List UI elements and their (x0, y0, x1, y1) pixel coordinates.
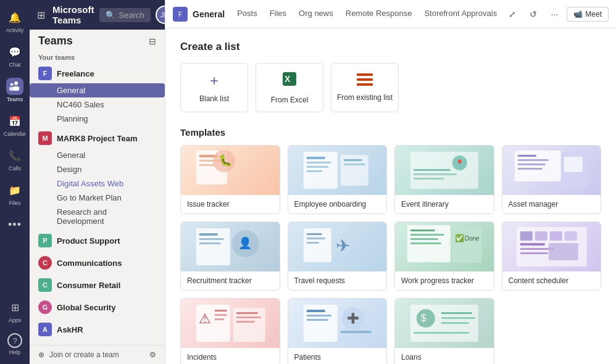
nav-label-files: Files (9, 200, 20, 206)
template-employee[interactable]: Employee onboarding (288, 145, 388, 214)
search-icon: 🔍 (106, 10, 115, 20)
svg-text:➕: ➕ (346, 312, 359, 324)
team-row-askhr[interactable]: A AskHR ··· (30, 320, 165, 339)
svg-rect-18 (306, 166, 328, 168)
nav-item-help[interactable]: ? Help (2, 329, 27, 359)
team-name-comms: Communications (57, 259, 122, 268)
meet-btn[interactable]: 📹 Meet (567, 7, 609, 22)
join-create-team[interactable]: ⊕ Join or create a team ⚙ (30, 345, 165, 364)
nav-item-activity[interactable]: 🔔 Activity (2, 5, 27, 37)
filter-icon[interactable]: ⊟ (149, 36, 156, 46)
template-label-content: Content scheduler (502, 271, 601, 290)
team-row-mark8[interactable]: M MARK8 Project Team ··· (30, 128, 165, 148)
svg-rect-31 (517, 159, 548, 161)
team-group-product: P Product Support ··· (30, 231, 165, 250)
user-avatar[interactable]: JD (156, 6, 165, 24)
team-left-consumer: C Consumer Retail (38, 278, 120, 292)
nav-item-teams[interactable]: Teams (2, 74, 27, 106)
tab-remote[interactable]: Remote Response (339, 0, 418, 28)
channel-item-rnd[interactable]: Research and Development (30, 205, 165, 228)
channel-item-planning[interactable]: Planning (30, 112, 165, 126)
template-asset[interactable]: Asset manager (502, 145, 602, 214)
channel-label-planning: Planning (57, 114, 88, 123)
template-patients[interactable]: ➕ Patients (288, 298, 388, 364)
channel-item-digital[interactable]: Digital Assets Web (30, 176, 165, 191)
tab-label-files: Files (270, 9, 286, 18)
svg-text:$: $ (421, 313, 427, 323)
blank-list-card[interactable]: + Blank list (180, 63, 248, 112)
team-row-security[interactable]: G Global Security ··· (30, 297, 165, 317)
channel-item-design[interactable]: Design (30, 162, 165, 176)
team-icon-product: P (38, 234, 52, 247)
tab-label-orgnews: Org news (299, 9, 333, 18)
nav-label-chat: Chat (9, 62, 20, 68)
team-row-freelance[interactable]: F Freelance ··· (30, 64, 165, 83)
nav-label-calendar: Calendar (4, 131, 27, 137)
team-row-product[interactable]: P Product Support ··· (30, 231, 165, 250)
nav-item-calendar[interactable]: 📅 Calendar (2, 109, 27, 141)
template-incident[interactable]: ⚠ Incidents (180, 298, 280, 364)
svg-rect-12 (199, 164, 215, 166)
svg-rect-51 (410, 242, 441, 244)
svg-rect-76 (306, 319, 328, 321)
svg-rect-71 (236, 316, 261, 318)
svg-rect-63 (548, 243, 578, 260)
excel-icon: X (281, 71, 298, 91)
team-group-mark8: M MARK8 Project Team ··· General Design … (30, 128, 165, 228)
expand-btn[interactable]: ⤢ (504, 6, 521, 23)
svg-rect-1 (13, 86, 19, 91)
team-group-security: G Global Security ··· (30, 297, 165, 317)
template-recruit[interactable]: 👤 Recruitment tracker (180, 221, 280, 291)
calendar-icon: 📅 (6, 112, 23, 130)
templates-grid: 🐛 Issue tracker (180, 145, 601, 364)
nav-item-more[interactable]: ••• (2, 212, 27, 237)
svg-rect-70 (236, 312, 258, 314)
channel-label-gtm: Go to Market Plan (57, 193, 122, 202)
svg-rect-25 (414, 169, 451, 171)
svg-rect-62 (520, 252, 547, 254)
template-label-employee: Employee onboarding (288, 195, 387, 213)
nav-item-calls[interactable]: 📞 Calls (2, 143, 27, 175)
settings-icon[interactable]: ⚙ (149, 350, 156, 359)
nav-item-chat[interactable]: 💬 Chat (2, 39, 27, 72)
channel-item-gtm[interactable]: Go to Market Plan (30, 191, 165, 205)
team-row-comms[interactable]: C Communications ··· (30, 253, 165, 273)
tab-orgnews[interactable]: Org news (293, 0, 339, 28)
search-box[interactable]: 🔍 Search (99, 8, 151, 22)
team-row-consumer[interactable]: C Consumer Retail ··· (30, 275, 165, 295)
template-preview-travel: ✈ (288, 222, 387, 271)
template-event[interactable]: 📍 Event itinerary (394, 145, 494, 214)
svg-text:✅: ✅ (455, 233, 464, 242)
tab-posts[interactable]: Posts (231, 0, 264, 28)
template-travel[interactable]: ✈ Travel requests (288, 221, 388, 291)
template-work[interactable]: ✅ Done Work progress tracker (394, 221, 494, 291)
svg-text:📍: 📍 (455, 159, 464, 168)
more-btn[interactable]: ··· (546, 6, 563, 23)
existing-list-card[interactable]: From existing list (331, 63, 399, 112)
tab-label-remote: Remote Response (346, 9, 412, 18)
nav-item-files[interactable]: 📁 Files (2, 178, 27, 210)
calls-icon: 📞 (6, 147, 23, 164)
team-name-freelance: Freelance (57, 69, 94, 78)
tab-storefront[interactable]: Storefront Approvals (418, 0, 502, 28)
topbar-right: JD (156, 6, 165, 24)
channel-label-design: Design (57, 165, 81, 174)
channel-item-nc460[interactable]: NC460 Sales (30, 97, 165, 112)
grid-icon[interactable]: ⊞ (37, 9, 45, 21)
app-title: Microsoft Teams (52, 4, 94, 25)
template-content[interactable]: Content scheduler (502, 221, 602, 291)
team-icon-consumer: C (38, 278, 52, 292)
excel-list-card[interactable]: X From Excel (256, 63, 323, 112)
template-issue[interactable]: 🐛 Issue tracker (180, 145, 280, 214)
refresh-btn[interactable]: ↺ (525, 6, 542, 23)
tab-files[interactable]: Files (264, 0, 293, 28)
channel-item-mark8-general[interactable]: General (30, 148, 165, 162)
nav-item-apps[interactable]: ⊞ Apps (2, 295, 27, 327)
template-preview-content (502, 222, 601, 271)
team-icon-security: G (38, 300, 52, 314)
svg-rect-32 (517, 163, 545, 165)
team-group-comms: C Communications ··· (30, 253, 165, 273)
template-loans[interactable]: $ Loans (394, 298, 494, 364)
channel-item-general[interactable]: General ··· (30, 83, 165, 97)
tab-list: Posts Files Org news Remote Response Sto… (231, 0, 502, 28)
